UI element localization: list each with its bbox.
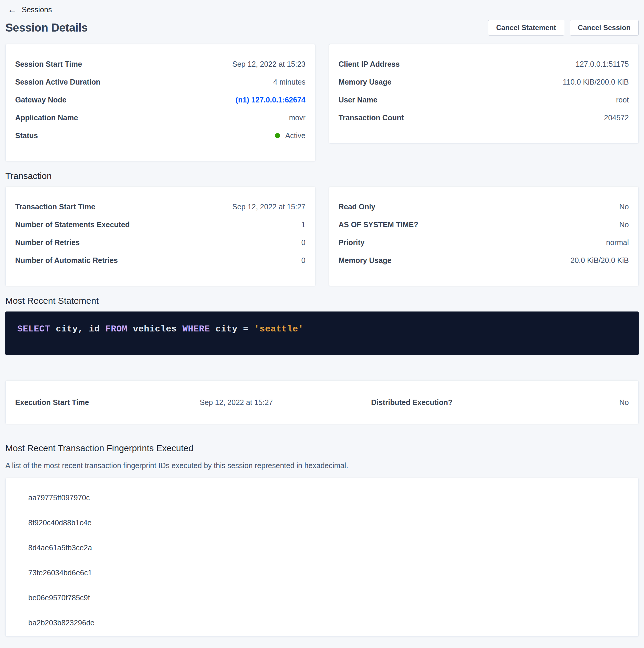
read-only-row: Read Only No [339, 198, 629, 216]
fingerprint-item: aa79775ff097970c [6, 485, 638, 510]
status-row: Status Active [15, 126, 306, 145]
cancel-session-button[interactable]: Cancel Session [570, 20, 639, 36]
row-label: User Name [339, 96, 378, 104]
row-value: 4 minutes [273, 78, 305, 86]
sql-statement-block: SELECT city, id FROM vehicles WHERE city… [5, 312, 639, 355]
fingerprints-list-card: aa79775ff097970c 8f920c40d88b1c4e 8d4ae6… [5, 478, 639, 637]
back-to-sessions-link[interactable]: ← Sessions [5, 3, 52, 15]
sql-keyword: FROM [105, 324, 127, 334]
active-status-dot-icon [275, 133, 280, 138]
row-value: Sep 12, 2022 at 15:27 [200, 398, 273, 407]
row-label: Transaction Count [339, 113, 404, 122]
row-value: No [619, 398, 629, 407]
session-details-page: ← Sessions Session Details Cancel Statem… [0, 0, 644, 637]
session-active-duration-row: Session Active Duration 4 minutes [15, 73, 306, 91]
session-info-card-left: Session Start Time Sep 12, 2022 at 15:23… [5, 44, 315, 161]
fingerprint-item: 8d4ae61a5fb3ce2a [6, 535, 638, 560]
statements-executed-row: Number of Statements Executed 1 [15, 216, 306, 233]
row-value: 110.0 KiB/200.0 KiB [563, 78, 629, 86]
session-start-time-row: Session Start Time Sep 12, 2022 at 15:23 [15, 55, 306, 73]
sql-text: city = [210, 324, 254, 334]
page-header: Session Details Cancel Statement Cancel … [5, 19, 639, 36]
status-badge: Active [275, 131, 305, 140]
row-label: Number of Automatic Retries [15, 256, 118, 265]
sql-string-literal: 'seattle' [254, 324, 304, 334]
breadcrumb-label: Sessions [22, 5, 52, 14]
execution-start-time-row: Execution Start Time Sep 12, 2022 at 15:… [15, 398, 273, 407]
page-title: Session Details [5, 21, 87, 34]
row-label: Session Active Duration [15, 78, 101, 86]
row-label: Gateway Node [15, 96, 66, 104]
cancel-statement-button[interactable]: Cancel Statement [488, 20, 564, 36]
sql-text: city, id [50, 324, 105, 334]
sql-text: vehicles [127, 324, 182, 334]
row-value: 1 [301, 220, 306, 229]
client-ip-address-row: Client IP Address 127.0.0.1:51175 [339, 55, 629, 73]
row-label: Memory Usage [339, 256, 392, 265]
row-value: Sep 12, 2022 at 15:23 [232, 60, 305, 68]
gateway-node-row: Gateway Node (n1) 127.0.0.1:62674 [15, 91, 306, 109]
header-actions: Cancel Statement Cancel Session [488, 20, 639, 36]
sql-keyword: WHERE [182, 324, 210, 334]
row-label: AS OF SYSTEM TIME? [339, 220, 418, 229]
gateway-node-link[interactable]: (n1) 127.0.0.1:62674 [236, 96, 306, 104]
row-label: Number of Statements Executed [15, 220, 130, 229]
number-of-retries-row: Number of Retries 0 [15, 233, 306, 251]
as-of-system-time-row: AS OF SYSTEM TIME? No [339, 216, 629, 233]
sql-keyword: SELECT [17, 324, 50, 334]
execution-info-card: Execution Start Time Sep 12, 2022 at 15:… [5, 381, 639, 424]
row-label: Memory Usage [339, 78, 392, 86]
row-value: 127.0.0.1:51175 [576, 60, 629, 68]
txn-memory-usage-row: Memory Usage 20.0 KiB/20.0 KiB [339, 251, 629, 269]
row-value: root [616, 96, 629, 104]
row-label: Client IP Address [339, 60, 400, 68]
row-value: No [619, 220, 629, 229]
row-label: Distributed Execution? [371, 398, 453, 407]
back-arrow-icon: ← [8, 5, 17, 14]
row-label: Transaction Start Time [15, 203, 95, 211]
row-value: movr [289, 113, 306, 122]
row-label: Number of Retries [15, 238, 80, 247]
fingerprint-item: be06e9570f785c9f [6, 585, 638, 610]
transaction-count-row: Transaction Count 204572 [339, 109, 629, 126]
transaction-summary-cards: Transaction Start Time Sep 12, 2022 at 1… [5, 187, 639, 286]
row-label: Session Start Time [15, 60, 82, 68]
transaction-info-card-left: Transaction Start Time Sep 12, 2022 at 1… [5, 187, 315, 286]
row-value: Sep 12, 2022 at 15:27 [232, 203, 305, 211]
row-label: Read Only [339, 203, 375, 211]
row-value: 20.0 KiB/20.0 KiB [571, 256, 629, 265]
row-label: Priority [339, 238, 365, 247]
row-value: No [619, 203, 629, 211]
memory-usage-row: Memory Usage 110.0 KiB/200.0 KiB [339, 73, 629, 91]
fingerprint-item: 8f920c40d88b1c4e [6, 510, 638, 535]
fingerprint-item: 73fe26034bd6e6c1 [6, 560, 638, 585]
transaction-info-card-right: Read Only No AS OF SYSTEM TIME? No Prior… [329, 187, 639, 286]
row-value: 0 [301, 238, 306, 247]
distributed-execution-row: Distributed Execution? No [371, 398, 629, 407]
priority-row: Priority normal [339, 233, 629, 251]
row-label: Application Name [15, 113, 78, 122]
fingerprint-item: ba2b203b823296de [6, 610, 638, 635]
transaction-start-time-row: Transaction Start Time Sep 12, 2022 at 1… [15, 198, 306, 216]
row-value: 204572 [604, 113, 629, 122]
row-value: normal [606, 238, 629, 247]
user-name-row: User Name root [339, 91, 629, 109]
automatic-retries-row: Number of Automatic Retries 0 [15, 251, 306, 269]
fingerprints-description: A list of the most recent transaction fi… [5, 461, 639, 470]
transaction-section-title: Transaction [5, 170, 639, 182]
most-recent-statement-section-title: Most Recent Statement [5, 295, 639, 307]
session-info-card-right: Client IP Address 127.0.0.1:51175 Memory… [329, 44, 639, 144]
row-label: Status [15, 131, 38, 140]
application-name-row: Application Name movr [15, 109, 306, 126]
sql-statement-code: SELECT city, id FROM vehicles WHERE city… [17, 324, 303, 334]
session-summary-cards: Session Start Time Sep 12, 2022 at 15:23… [5, 44, 639, 161]
row-label: Execution Start Time [15, 398, 89, 407]
fingerprints-section-title: Most Recent Transaction Fingerprints Exe… [5, 442, 639, 454]
row-value: 0 [301, 256, 306, 265]
status-text: Active [285, 131, 305, 140]
